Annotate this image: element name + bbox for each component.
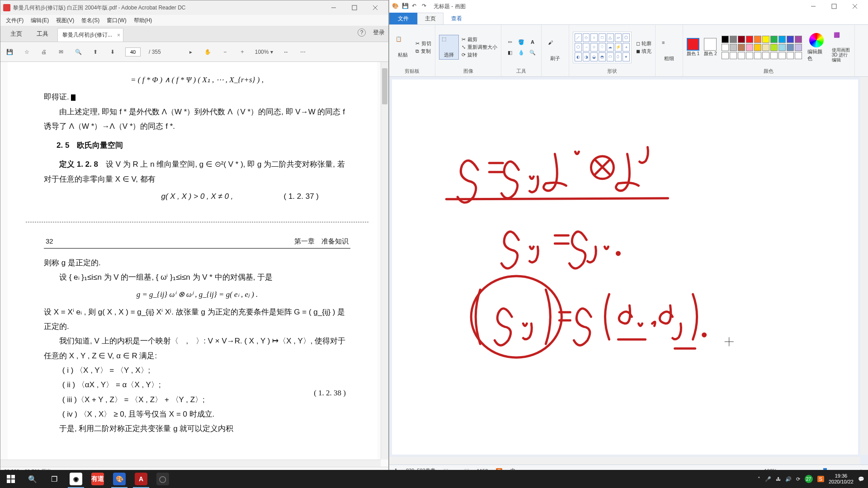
- copy-button[interactable]: ⧉ 复制: [415, 48, 431, 55]
- palette-swatch[interactable]: [738, 52, 745, 59]
- taskbar-acrobat[interactable]: A: [130, 470, 152, 488]
- palette-swatch[interactable]: [730, 52, 737, 59]
- minimize-button[interactable]: [803, 0, 824, 13]
- shape-gallery[interactable]: ／◇○□△▱⬠ ⬡→☆♡☁⚡＋ ◐◑◒◓⬭⬯✦: [573, 32, 632, 63]
- palette-swatch[interactable]: [778, 52, 786, 59]
- color1-swatch[interactable]: [687, 38, 699, 51]
- paint3d-button[interactable]: 🟪使用画图 3D 进行编辑: [831, 31, 851, 63]
- select-button[interactable]: ⬚选择: [439, 35, 459, 60]
- tray-volume-icon[interactable]: 🔊: [785, 476, 792, 482]
- picker-tool-icon[interactable]: 💧: [516, 48, 526, 57]
- palette-swatch[interactable]: [762, 36, 769, 43]
- menu-sign[interactable]: 签名(S): [79, 16, 102, 25]
- maximize-button[interactable]: [824, 0, 844, 13]
- qat-save-icon[interactable]: 💾: [402, 3, 409, 10]
- tab-home[interactable]: 主页: [3, 26, 29, 42]
- overflow-icon[interactable]: ⋯: [298, 47, 307, 56]
- size-button[interactable]: ≡粗细: [659, 39, 679, 63]
- select-tool-icon[interactable]: ▸: [186, 47, 195, 56]
- palette-swatch[interactable]: [746, 44, 753, 51]
- tray-microphone-icon[interactable]: 🎤: [765, 476, 771, 482]
- palette-swatch[interactable]: [754, 52, 761, 59]
- palette-swatch[interactable]: [754, 36, 761, 43]
- qat-undo-icon[interactable]: ↶: [412, 3, 419, 10]
- taskbar-chrome[interactable]: ◉: [65, 470, 87, 488]
- horizontal-scrollbar[interactable]: [389, 457, 860, 465]
- rotate-button[interactable]: ⟳ 旋转: [462, 52, 497, 58]
- tray-clock[interactable]: 19:36 2020/10/22: [829, 473, 854, 485]
- zoom-in-icon[interactable]: ＋: [238, 47, 247, 56]
- palette-swatch[interactable]: [795, 36, 802, 43]
- color2-swatch[interactable]: [704, 38, 717, 51]
- zoom-value[interactable]: 100%: [255, 49, 269, 55]
- palette-swatch[interactable]: [787, 36, 794, 43]
- palette-swatch[interactable]: [730, 44, 737, 51]
- palette-swatch[interactable]: [746, 36, 753, 43]
- palette-swatch[interactable]: [722, 44, 729, 51]
- search-icon[interactable]: 🔍: [74, 47, 83, 56]
- cut-button[interactable]: ✂ 剪切: [415, 40, 431, 47]
- palette-swatch[interactable]: [795, 44, 802, 51]
- close-tab-icon[interactable]: ×: [117, 32, 120, 38]
- palette-swatch[interactable]: [778, 44, 786, 51]
- page-up-icon[interactable]: ⬆: [91, 47, 100, 56]
- tab-tools[interactable]: 工具: [29, 26, 56, 42]
- tray-chevron-up-icon[interactable]: ˄: [758, 476, 760, 482]
- zoom-out-icon[interactable]: −: [221, 47, 230, 56]
- palette-swatch[interactable]: [795, 52, 802, 59]
- vertical-scrollbar[interactable]: [381, 62, 388, 460]
- color-palette[interactable]: [722, 36, 802, 59]
- menu-view[interactable]: 视图(V): [53, 16, 77, 25]
- pencil-tool-icon[interactable]: ✏: [505, 38, 515, 47]
- hand-tool-icon[interactable]: ✋: [203, 47, 212, 56]
- tab-file[interactable]: 文件: [389, 13, 417, 24]
- taskbar-app[interactable]: ◯: [152, 470, 174, 488]
- search-button[interactable]: 🔍: [22, 470, 43, 488]
- tab-document[interactable]: 黎曼几何初步(修订... ×: [57, 28, 123, 42]
- minimize-button[interactable]: [323, 1, 344, 14]
- qat-redo-icon[interactable]: ↷: [422, 3, 429, 10]
- palette-swatch[interactable]: [738, 36, 745, 43]
- tab-view[interactable]: 查看: [443, 13, 470, 24]
- menu-help[interactable]: 帮助(H): [131, 16, 155, 25]
- print-icon[interactable]: 🖨: [39, 47, 48, 56]
- text-tool-icon[interactable]: A: [528, 38, 538, 47]
- edit-colors-button[interactable]: 编辑颜色: [807, 32, 826, 63]
- palette-swatch[interactable]: [722, 52, 729, 59]
- palette-swatch[interactable]: [746, 52, 753, 59]
- star-icon[interactable]: ☆: [22, 47, 31, 56]
- horizontal-scrollbar[interactable]: [0, 460, 381, 467]
- tray-badge[interactable]: 27: [805, 475, 813, 483]
- maximize-button[interactable]: [344, 1, 365, 14]
- crop-button[interactable]: ✂ 裁剪: [462, 36, 497, 43]
- signin-button[interactable]: 登录: [373, 28, 385, 37]
- palette-swatch[interactable]: [738, 44, 745, 51]
- brush-button[interactable]: 🖌刷子: [545, 39, 565, 63]
- tray-network-icon[interactable]: 🖧: [776, 476, 781, 482]
- page-down-icon[interactable]: ⬇: [108, 47, 117, 56]
- palette-swatch[interactable]: [787, 44, 794, 51]
- vertical-scrollbar[interactable]: [860, 77, 868, 455]
- start-button[interactable]: [0, 470, 22, 488]
- tray-ime-icon[interactable]: S: [817, 476, 824, 482]
- tray-notifications-icon[interactable]: 💬: [858, 476, 864, 482]
- scrollbar-thumb[interactable]: [382, 68, 387, 104]
- close-button[interactable]: [844, 0, 865, 13]
- save-icon[interactable]: 💾: [5, 47, 14, 56]
- menu-window[interactable]: 窗口(W): [104, 16, 129, 25]
- palette-swatch[interactable]: [770, 44, 778, 51]
- palette-swatch[interactable]: [770, 52, 778, 59]
- paint-canvas[interactable]: [392, 80, 858, 455]
- tray-sync-icon[interactable]: ⟳: [796, 476, 800, 482]
- shape-fill-button[interactable]: ◼ 填充: [636, 48, 651, 55]
- menu-file[interactable]: 文件(F): [3, 16, 26, 25]
- taskbar-youdao[interactable]: 有道: [87, 470, 108, 488]
- fit-width-icon[interactable]: ↔: [281, 47, 290, 56]
- shape-outline-button[interactable]: ◻ 轮廓: [636, 40, 651, 47]
- taskbar-paint[interactable]: 🎨: [108, 470, 130, 488]
- palette-swatch[interactable]: [754, 44, 761, 51]
- mail-icon[interactable]: ✉: [57, 47, 66, 56]
- palette-swatch[interactable]: [762, 52, 769, 59]
- task-view-button[interactable]: ❐: [43, 470, 65, 488]
- help-icon[interactable]: ?: [358, 28, 366, 37]
